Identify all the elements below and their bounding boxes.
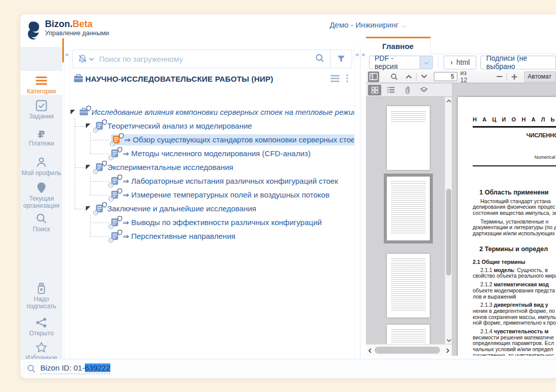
show-attachments-button[interactable]	[401, 85, 414, 95]
tree-expander-icon[interactable]	[86, 206, 90, 211]
sidebar-collapse-strip[interactable]: «	[64, 47, 70, 359]
tree-expander-icon[interactable]	[71, 110, 75, 114]
tree-node-document[interactable]: ⇒ Методы численного моделирования (CFD-а…	[70, 146, 354, 160]
chevron-down-icon: ⌵	[402, 22, 406, 29]
sign-token-icon	[36, 283, 47, 294]
scrollbar-thumb[interactable]	[375, 347, 440, 354]
tree-root-title: НАУЧНО-ИССЛЕДОВАТЕЛЬСКИЕ РАБОТЫ (НИР)	[85, 75, 273, 83]
sidebar-toggle-icon	[369, 73, 378, 80]
pdf-page-area[interactable]: Н А Ц И О Н А Л Ь Н Ы Й СЧИСЛЕННОЕNumeri…	[452, 83, 556, 356]
search-submit[interactable]	[310, 53, 330, 65]
sidebar-item-profile[interactable]: Мой профиль	[20, 157, 62, 182]
sidebar-item-menu[interactable]: Категории	[20, 71, 62, 95]
tree-expander-icon[interactable]	[86, 165, 90, 169]
tree-node-document[interactable]: ⇒ Измерение температурных полей и воздуш…	[70, 188, 354, 202]
shield-badge-icon	[86, 106, 91, 111]
footer-bar: Bizon ID: 01-639222	[20, 359, 556, 378]
next-page-button[interactable]	[418, 71, 429, 82]
search-filter-mode[interactable]	[73, 54, 99, 64]
clock-badge-icon	[108, 224, 113, 229]
scroll-right-button[interactable]	[444, 345, 452, 356]
pdf-search-button[interactable]	[388, 71, 400, 82]
zoom-out-button[interactable]	[494, 71, 505, 82]
tree-node-document[interactable]: ⇒ Выводы по эффективности различных конф…	[70, 215, 354, 229]
tree-node-label: ⇒ Перспективные направления	[123, 232, 236, 241]
sidebar-item-label: Мой профиль	[20, 169, 62, 177]
tab-main[interactable]: Главное	[366, 37, 431, 54]
sidebar-item-sign-token[interactable]: Надо подписать	[20, 283, 62, 313]
zoom-in-button[interactable]	[508, 71, 520, 82]
collapse-left-icon[interactable]: «	[64, 51, 70, 58]
document-title: ЧИСЛЕННОЕ	[526, 132, 556, 138]
version-select[interactable]: PDF - версия ⌵	[369, 56, 433, 69]
organization-selector[interactable]: Демо - Инжиниринг⌵	[309, 20, 427, 29]
document-icon	[111, 190, 120, 200]
chevron-down-icon	[447, 339, 451, 342]
tree-expander-icon[interactable]	[86, 124, 90, 128]
viewer-panel: Главное PDF - версия ⌵ › html Подписи (н…	[366, 33, 556, 359]
sidebar-item-org-pin[interactable]: Текущая организация	[20, 182, 62, 213]
sidebar-item-label: Платежи	[20, 140, 62, 147]
page-number-input[interactable]	[434, 72, 457, 81]
tree-collapse-strip[interactable]: «	[354, 47, 360, 359]
tree-more-icon[interactable]	[346, 74, 349, 83]
show-layers-button[interactable]	[417, 85, 430, 95]
scroll-left-button[interactable]	[366, 345, 374, 356]
page-thumbnail[interactable]	[387, 254, 430, 317]
zoom-select[interactable]: Автомат	[524, 71, 556, 82]
sidebar-item-task[interactable]: Задания	[20, 100, 62, 126]
search-input[interactable]	[99, 55, 310, 63]
share-icon	[36, 317, 47, 328]
tree-node-label: ⇒ Методы численного моделирования (CFD-а…	[123, 149, 311, 158]
viewer-controls: PDF - версия ⌵ › html Подписи (не выбран…	[366, 54, 556, 70]
tree-node-label: ⇒ Обзор существующих стандартов компонов…	[124, 135, 354, 144]
tree-menu-icon[interactable]	[331, 75, 339, 82]
tree-node-label: ⇒ Измерение температурных полей и воздуш…	[123, 190, 330, 200]
toggle-sidebar-button[interactable]	[368, 71, 379, 82]
rule-thin	[473, 165, 556, 166]
clock-badge-icon	[108, 183, 113, 188]
collapse-right-icon[interactable]: »	[361, 51, 366, 58]
signatures-select[interactable]: Подписи (не выбрано	[480, 56, 556, 69]
sidebar-item-search[interactable]: Поиск	[20, 213, 62, 238]
thumbnail-vertical-scrollbar[interactable]	[445, 97, 452, 344]
scroll-up-button[interactable]	[445, 97, 452, 105]
tree-node-document[interactable]: ⇒ Лабораторные испытания различных конфи…	[70, 174, 354, 188]
previous-page-button[interactable]	[403, 71, 414, 82]
tree-node-group[interactable]: Теоретический анализ и моделирование	[70, 119, 354, 133]
scroll-down-button[interactable]	[445, 336, 452, 344]
tree-node-label: Экспериментальные исследования	[107, 163, 234, 172]
section-heading: 2 Термины и определ	[479, 246, 556, 253]
section-heading: 1 Область применени	[479, 189, 556, 196]
funnel-icon	[337, 55, 345, 63]
page-thumbnail-selected[interactable]	[387, 177, 430, 240]
collapse-left-icon[interactable]: «	[355, 51, 360, 58]
show-outline-button[interactable]	[384, 85, 398, 95]
shield-badge-icon	[118, 216, 122, 222]
signatures-select-value: Подписи (не выбрано	[481, 54, 555, 70]
sidebar-item-share[interactable]: Открыто	[20, 317, 62, 339]
tree-header: НАУЧНО-ИССЛЕДОВАТЕЛЬСКИЕ РАБОТЫ (НИР)	[70, 71, 354, 87]
logo-subtitle: Управление данными	[45, 30, 109, 37]
tree-node-group[interactable]: Заключение и дальнейшие исследования	[70, 202, 354, 215]
chevron-down-icon	[89, 57, 94, 62]
tree-node-project[interactable]: Исследование влияния компоновки серверны…	[70, 105, 354, 119]
thumbnail-horizontal-scrollbar[interactable]	[366, 344, 452, 356]
filter-button[interactable]	[330, 50, 352, 68]
sidebar-item-label: Задания	[20, 113, 62, 120]
app-root: Bizon.Beta Управление данными Демо - Инж…	[0, 0, 556, 392]
tree-node-group[interactable]: Экспериментальные исследования	[70, 160, 354, 174]
pdf-toolbar: из 12 Автомат	[366, 70, 556, 83]
tree-search-bar	[72, 50, 352, 68]
search-icon	[27, 364, 36, 374]
tree-node-document[interactable]: ⇒ Перспективные направления	[70, 229, 354, 243]
show-thumbnails-button[interactable]	[368, 85, 381, 95]
sidebar-item-label: Надо подписать	[20, 296, 62, 310]
sidebar-item-ruble[interactable]: ₽Платежи	[20, 129, 62, 154]
html-version-button[interactable]: › html	[444, 56, 476, 69]
tree-node-document[interactable]: ⇒ Обзор существующих стандартов компонов…	[70, 133, 354, 146]
scrollbar-thumb[interactable]	[446, 189, 451, 276]
briefcase-icon	[74, 74, 83, 83]
page-thumbnail[interactable]	[387, 106, 430, 170]
bizon-id[interactable]: Bizon ID: 01-639222	[40, 363, 110, 374]
